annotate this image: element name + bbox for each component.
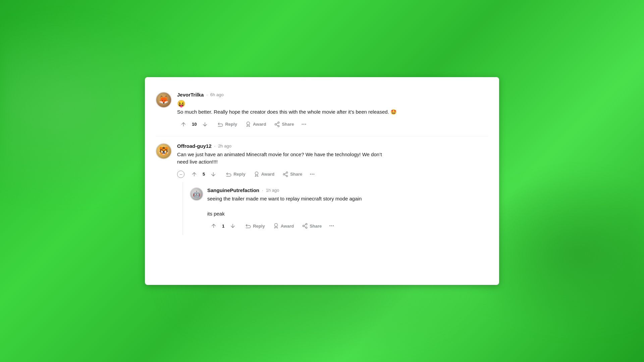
comments-card: 🦊 JevorTrilka · 6h ago 😝 So much better.… (145, 77, 499, 285)
upvote-button-2[interactable] (188, 169, 201, 179)
comment-1: 🦊 JevorTrilka · 6h ago 😝 So much better.… (156, 85, 488, 136)
award-button-2[interactable]: Award (250, 169, 278, 179)
downvote-reply-button-1[interactable] (226, 221, 239, 231)
avatar-offroad: 🐯 (156, 143, 172, 159)
downvote-icon (230, 223, 236, 229)
action-bar-2: − 5 (177, 169, 488, 179)
timestamp-1: 6h ago (210, 92, 224, 97)
username-1: JevorTrilka (177, 92, 204, 98)
vote-group-reply-1: 1 (207, 221, 239, 231)
vote-group-2: 5 (188, 169, 220, 179)
reply-body-1: SanguinePutrefaction · 1h ago seeing the… (207, 187, 488, 231)
downvote-icon (210, 171, 216, 177)
svg-point-0 (247, 122, 250, 125)
comment-emoji-1: 😝 (177, 100, 488, 108)
award-icon (245, 121, 251, 127)
share-button-1[interactable]: Share (271, 119, 297, 129)
upvote-button-1[interactable] (177, 119, 190, 129)
upvote-reply-button-1[interactable] (207, 221, 220, 231)
avatar-jevor: 🦊 (156, 92, 172, 108)
downvote-button-2[interactable] (207, 169, 220, 179)
award-icon (254, 171, 260, 177)
action-bar-1: 10 Reply (177, 119, 488, 129)
reply-button-2[interactable]: Reply (222, 169, 249, 179)
comment-2: 🐯 Offroad-guy12 · 2h ago Can we just hav… (156, 136, 488, 242)
comment-body-2: Offroad-guy12 · 2h ago Can we just have … (177, 143, 488, 235)
reply-vote-count-1: 1 (222, 224, 224, 229)
action-bar-reply-1: 1 Reply (207, 221, 488, 231)
reply-text-1: seeing the trailer made me want to repla… (207, 195, 488, 218)
award-icon (273, 223, 279, 229)
timestamp-2: 2h ago (218, 143, 231, 148)
reply-username-1: SanguinePutrefaction (207, 187, 259, 193)
share-icon (274, 121, 280, 127)
upvote-icon (191, 171, 197, 177)
downvote-button-1[interactable] (199, 119, 211, 129)
more-button-1[interactable]: ··· (299, 119, 309, 129)
comment-header-2: Offroad-guy12 · 2h ago (177, 143, 488, 149)
award-reply-button-1[interactable]: Award (270, 221, 298, 231)
reply-icon (226, 171, 232, 177)
vote-group-1: 10 (177, 119, 211, 129)
svg-point-4 (255, 172, 258, 175)
share-reply-button-1[interactable]: Share (299, 221, 325, 231)
reply-1: 🤖 SanguinePutrefaction · 1h ago seeing t… (190, 182, 488, 235)
reply-header-1: SanguinePutrefaction · 1h ago (207, 187, 488, 193)
svg-point-8 (274, 224, 277, 227)
comment-header-1: JevorTrilka · 6h ago (177, 92, 488, 98)
reply-thread-2: 🤖 SanguinePutrefaction · 1h ago seeing t… (182, 182, 488, 235)
collapse-button-2[interactable]: − (177, 171, 184, 178)
comment-body-1: JevorTrilka · 6h ago 😝 So much better. R… (177, 92, 488, 129)
downvote-icon (202, 121, 208, 127)
share-icon (282, 171, 288, 177)
more-button-2[interactable]: ··· (307, 169, 317, 179)
vote-count-2: 5 (203, 172, 205, 177)
award-button-1[interactable]: Award (242, 119, 270, 129)
upvote-icon (180, 121, 186, 127)
comment-text-2: Can we just have an animated Minecraft m… (177, 151, 488, 166)
vote-count-1: 10 (192, 122, 197, 127)
comment-text-1: So much better. Really hope the creator … (177, 108, 488, 116)
share-button-2[interactable]: Share (279, 169, 306, 179)
reply-icon (245, 223, 251, 229)
avatar-sanguine: 🤖 (190, 187, 203, 201)
reply-reply-button-1[interactable]: Reply (242, 221, 268, 231)
share-icon (302, 223, 308, 229)
reply-button-1[interactable]: Reply (214, 119, 240, 129)
more-reply-button-1[interactable]: ··· (326, 221, 337, 231)
reply-timestamp-1: 1h ago (266, 188, 279, 193)
username-2: Offroad-guy12 (177, 143, 212, 149)
upvote-icon (211, 223, 217, 229)
reply-icon (217, 121, 223, 127)
